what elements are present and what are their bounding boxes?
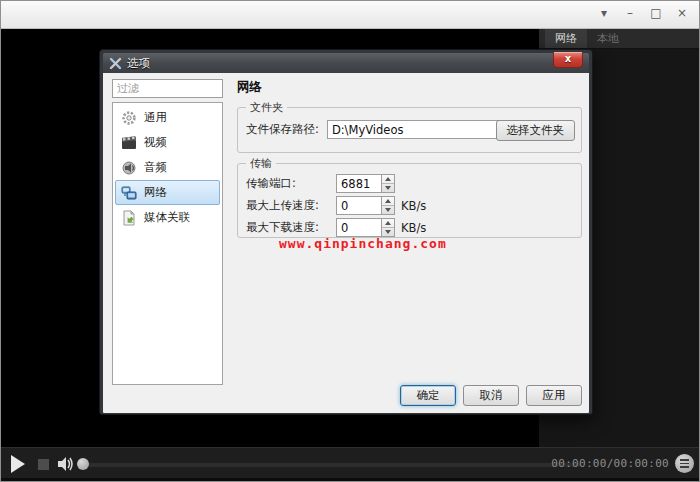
dialog-buttons: 确定 取消 应用 [400,385,582,406]
media-file-icon [121,210,137,226]
download-speed-spinner[interactable] [381,218,395,237]
cancel-button[interactable]: 取消 [463,385,519,406]
window-titlebar: ▾ – □ × [1,1,699,29]
sidebar-item-label: 通用 [144,110,167,125]
category-list: 通用 视频 [112,102,223,385]
sidebar-item-video[interactable]: 视频 [115,130,220,155]
download-speed-input[interactable] [336,218,382,237]
play-icon[interactable] [11,455,25,473]
sidebar-item-general[interactable]: 通用 [115,105,220,130]
sidebar-item-label: 音频 [144,160,167,175]
transfer-group: 传输 传输端口: 最大上传速度: [237,163,582,238]
window-bottom-edge [1,478,699,481]
spin-down-icon[interactable] [382,184,394,192]
close-icon[interactable]: × [671,4,693,22]
dialog-close-icon[interactable]: x [553,52,583,68]
tab-network[interactable]: 网络 [545,29,587,48]
transfer-group-legend: 传输 [246,156,276,171]
playlist-toggle-icon[interactable] [675,454,694,473]
seek-thumb[interactable] [77,458,89,470]
upload-speed-row: 最大上传速度: KB/s [246,196,426,215]
sidebar-item-label: 视频 [144,135,167,150]
download-speed-row: 最大下载速度: KB/s [246,218,426,237]
port-label: 传输端口: [246,176,336,191]
tab-local[interactable]: 本地 [587,29,629,48]
menu-icon[interactable]: ▾ [593,4,615,22]
port-row: 传输端口: [246,174,401,193]
save-path-label: 文件保存路径: [246,122,319,137]
film-icon [121,135,137,151]
seek-bar[interactable] [78,463,581,467]
sidebar-item-network[interactable]: 网络 [115,180,220,205]
tools-icon [109,57,122,70]
spin-up-icon[interactable] [382,175,394,184]
options-dialog: 选项 x 通用 [99,49,593,415]
dialog-body: 通用 视频 [103,73,589,413]
spin-down-icon[interactable] [382,206,394,214]
spin-down-icon[interactable] [382,228,394,236]
time-display: 00:00:00/00:00:00 [551,457,669,470]
download-speed-label: 最大下载速度: [246,220,336,235]
maximize-icon[interactable]: □ [645,4,667,22]
filter-input[interactable] [112,79,223,98]
choose-folder-button[interactable]: 选择文件夹 [496,120,576,141]
playlist-tabs: 网络 本地 [539,29,699,49]
folder-group: 文件夹 文件保存路径: 选择文件夹 [237,107,582,153]
sidebar-item-label: 媒体关联 [144,210,190,225]
player-control-bar: 00:00:00/00:00:00 [1,447,699,478]
volume-icon[interactable] [58,457,74,471]
page-title: 网络 [237,79,262,96]
ok-button[interactable]: 确定 [400,385,456,406]
window-controls: ▾ – □ × [593,4,693,22]
upload-speed-spinner[interactable] [381,196,395,215]
gear-icon [121,110,137,126]
network-icon [121,185,137,201]
stop-icon[interactable] [38,459,49,470]
spin-up-icon[interactable] [382,197,394,206]
sidebar-item-media-association[interactable]: 媒体关联 [115,205,220,230]
apply-button[interactable]: 应用 [526,385,582,406]
upload-speed-input[interactable] [336,196,382,215]
folder-group-legend: 文件夹 [246,100,287,115]
player-window: ▾ – □ × 网络 本地 [0,0,700,482]
watermark-text: www.qinpinchang.com [279,236,447,251]
download-speed-unit: KB/s [401,221,426,235]
spin-up-icon[interactable] [382,219,394,228]
sidebar-item-label: 网络 [144,185,167,200]
port-spinner[interactable] [381,174,395,193]
dialog-titlebar[interactable]: 选项 x [103,53,589,73]
speaker-icon [121,160,137,176]
upload-speed-label: 最大上传速度: [246,198,336,213]
upload-speed-unit: KB/s [401,199,426,213]
port-input[interactable] [336,174,382,193]
dialog-title: 选项 [127,56,150,71]
minimize-icon[interactable]: – [619,4,641,22]
sidebar-item-audio[interactable]: 音频 [115,155,220,180]
